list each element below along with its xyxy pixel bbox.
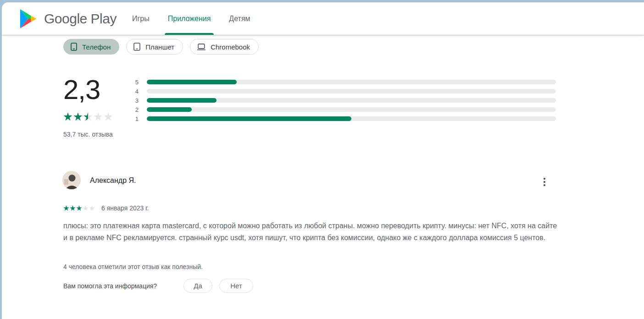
histogram-bar[interactable] — [147, 80, 556, 84]
play-store-page: Google Play Игры Приложения Детям Телефо… — [2, 2, 644, 319]
rating-histogram: 54321 — [132, 77, 556, 123]
histogram-bar[interactable] — [147, 116, 556, 121]
histogram-bar[interactable] — [147, 107, 556, 112]
logo-wordmark: Google Play — [44, 11, 117, 27]
star-full-icon — [63, 205, 69, 211]
reviewer-name: Александр Я. — [90, 176, 136, 185]
nav-tab-games[interactable]: Игры — [132, 2, 150, 35]
histogram-row-4-star: 4 — [132, 87, 556, 96]
review-date: 6 января 2023 г. — [101, 204, 149, 212]
review-text: плюсы: это платежная карта mastercard, с… — [63, 220, 559, 243]
star-empty-icon — [104, 112, 113, 121]
device-filter-chips: Телефон Планшет Chromebook — [63, 39, 259, 55]
person-photo-placeholder — [62, 171, 81, 189]
reviews-count: 53,7 тыс. отзыва — [63, 131, 113, 138]
chip-chromebook-label: Chromebook — [211, 43, 250, 51]
chip-tablet[interactable]: Планшет — [126, 39, 183, 55]
helpful-yes-button[interactable]: Да — [183, 279, 212, 293]
histogram-row-2-star: 2 — [132, 105, 556, 114]
helpful-no-button[interactable]: Нет — [219, 279, 253, 293]
histogram-star-label: 2 — [132, 106, 139, 113]
play-triangle-icon — [19, 9, 38, 28]
nav-tab-kids[interactable]: Детям — [229, 2, 250, 35]
histogram-bar[interactable] — [147, 98, 556, 103]
star-empty-icon — [83, 205, 89, 211]
star-full-icon — [76, 205, 82, 211]
chip-chromebook[interactable]: Chromebook — [190, 39, 259, 55]
histogram-row-5-star: 5 — [132, 77, 556, 87]
star-full-icon — [70, 205, 76, 211]
chip-tablet-label: Планшет — [145, 43, 174, 51]
reviewer-avatar — [62, 171, 81, 189]
star-empty-icon — [94, 112, 103, 121]
histogram-bar-fill — [147, 98, 217, 103]
chip-phone-label: Телефон — [82, 43, 111, 51]
histogram-bar-fill — [147, 107, 192, 112]
histogram-bar-fill — [147, 116, 351, 121]
star-full-icon — [63, 112, 72, 121]
review-rating-stars — [63, 205, 95, 211]
star-half-icon — [83, 112, 93, 121]
histogram-row-1-star: 1 — [132, 114, 556, 123]
star-full-icon — [73, 112, 83, 121]
google-play-logo[interactable]: Google Play — [19, 9, 117, 28]
star-empty-icon — [89, 205, 95, 211]
histogram-star-label: 3 — [132, 97, 139, 104]
histogram-bar[interactable] — [147, 89, 556, 94]
histogram-star-label: 1 — [132, 116, 139, 122]
chip-phone[interactable]: Телефон — [63, 39, 119, 55]
average-rating-score: 2,3 — [63, 75, 100, 105]
average-rating-stars — [63, 112, 113, 121]
phone-icon — [70, 43, 78, 51]
histogram-row-3-star: 3 — [132, 96, 556, 105]
tablet-icon — [133, 43, 141, 51]
helpful-count-text: 4 человека отметили этот отзыв как полез… — [63, 263, 203, 270]
histogram-bar-fill — [147, 80, 237, 84]
main-nav: Игры Приложения Детям — [132, 2, 250, 35]
kebab-menu-icon[interactable] — [538, 175, 551, 189]
laptop-icon — [197, 43, 206, 51]
histogram-star-label: 4 — [132, 88, 139, 95]
helpful-question-text: Вам помогла эта информация? — [63, 282, 157, 290]
nav-tab-apps[interactable]: Приложения — [168, 2, 211, 35]
histogram-star-label: 5 — [132, 79, 139, 86]
top-navigation-bar: Google Play Игры Приложения Детям — [2, 2, 644, 35]
